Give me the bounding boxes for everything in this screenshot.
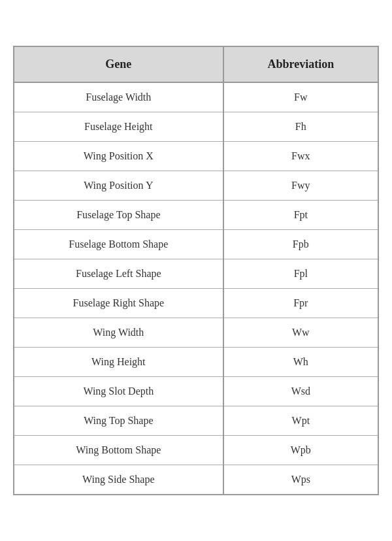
abbreviation-cell: Fw [223, 82, 378, 112]
abbreviation-cell: Fh [223, 112, 378, 142]
abbreviation-cell: Fpl [223, 259, 378, 289]
abbreviation-cell: Fwy [223, 171, 378, 201]
abbreviation-cell: Wps [223, 465, 378, 495]
gene-cell: Wing Side Shape [14, 465, 223, 495]
table-row: Wing Top ShapeWpt [14, 406, 378, 436]
abbreviation-cell: Wpb [223, 436, 378, 465]
table-body: Fuselage WidthFwFuselage HeightFhWing Po… [14, 82, 378, 494]
gene-cell: Wing Position X [14, 142, 223, 171]
abbreviation-cell: Fwx [223, 142, 378, 171]
table-row: Wing Side ShapeWps [14, 465, 378, 495]
abbreviation-cell: Fpb [223, 230, 378, 259]
gene-table-container: Gene Abbreviation Fuselage WidthFwFusela… [13, 46, 379, 495]
gene-cell: Fuselage Top Shape [14, 201, 223, 230]
abbreviation-cell: Wpt [223, 406, 378, 436]
table-row: Wing Slot DepthWsd [14, 377, 378, 406]
table-row: Fuselage Left ShapeFpl [14, 259, 378, 289]
abbreviation-cell: Wh [223, 348, 378, 377]
abbreviation-cell: Fpr [223, 289, 378, 318]
gene-cell: Wing Slot Depth [14, 377, 223, 406]
table-row: Wing WidthWw [14, 318, 378, 348]
gene-cell: Fuselage Bottom Shape [14, 230, 223, 259]
abbreviation-cell: Ww [223, 318, 378, 348]
gene-cell: Wing Bottom Shape [14, 436, 223, 465]
table-row: Fuselage Right ShapeFpr [14, 289, 378, 318]
table-row: Wing Position YFwy [14, 171, 378, 201]
table-row: Wing Position XFwx [14, 142, 378, 171]
gene-cell: Fuselage Right Shape [14, 289, 223, 318]
gene-cell: Wing Width [14, 318, 223, 348]
table-row: Fuselage HeightFh [14, 112, 378, 142]
table-row: Fuselage WidthFw [14, 82, 378, 112]
table-row: Wing HeightWh [14, 348, 378, 377]
gene-cell: Wing Height [14, 348, 223, 377]
gene-cell: Fuselage Height [14, 112, 223, 142]
gene-table: Gene Abbreviation Fuselage WidthFwFusela… [14, 47, 378, 494]
gene-cell: Wing Top Shape [14, 406, 223, 436]
table-row: Fuselage Top ShapeFpt [14, 201, 378, 230]
table-row: Wing Bottom ShapeWpb [14, 436, 378, 465]
table-header-row: Gene Abbreviation [14, 47, 378, 82]
abbreviation-column-header: Abbreviation [223, 47, 378, 82]
abbreviation-cell: Fpt [223, 201, 378, 230]
gene-column-header: Gene [14, 47, 223, 82]
abbreviation-cell: Wsd [223, 377, 378, 406]
gene-cell: Fuselage Width [14, 82, 223, 112]
gene-cell: Wing Position Y [14, 171, 223, 201]
table-row: Fuselage Bottom ShapeFpb [14, 230, 378, 259]
gene-cell: Fuselage Left Shape [14, 259, 223, 289]
